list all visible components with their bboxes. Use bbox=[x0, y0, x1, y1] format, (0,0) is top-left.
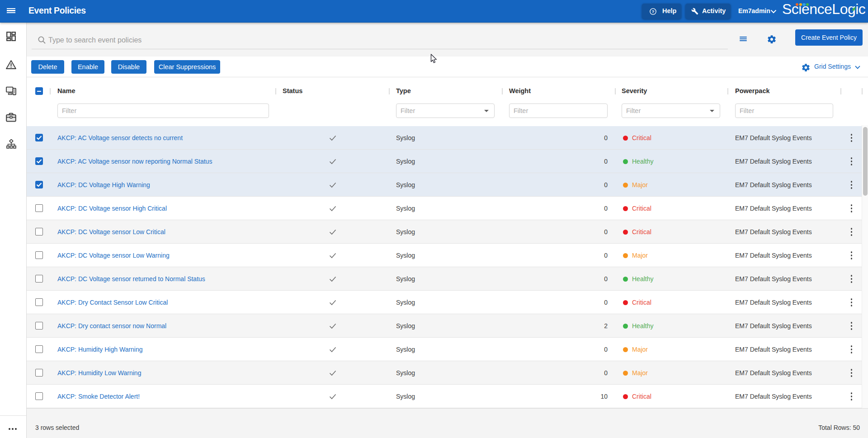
svg-text:?: ? bbox=[652, 9, 655, 14]
